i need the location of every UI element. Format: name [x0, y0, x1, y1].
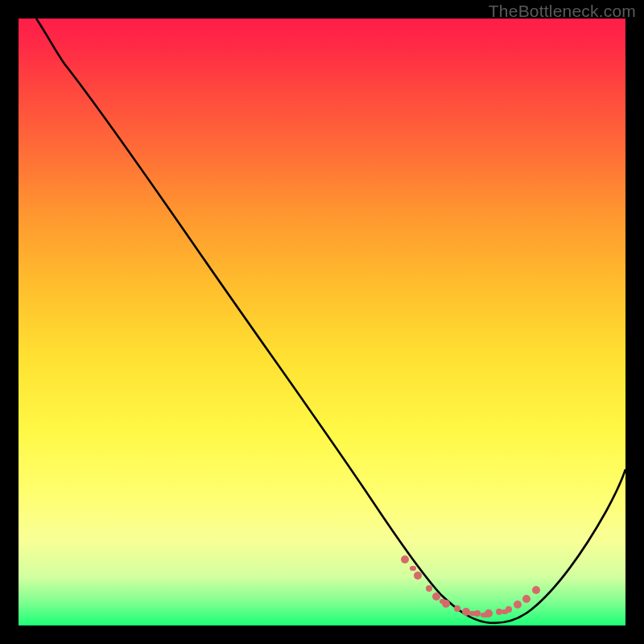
- svg-point-3: [432, 592, 440, 601]
- svg-point-1: [414, 572, 422, 580]
- chart-frame: TheBottleneck.com: [0, 0, 644, 644]
- svg-point-11: [514, 601, 522, 609]
- svg-point-12: [522, 595, 530, 603]
- plot-area: [19, 19, 625, 625]
- svg-point-0: [401, 555, 409, 564]
- bottleneck-curve: [19, 19, 625, 625]
- svg-point-9: [496, 609, 502, 615]
- svg-rect-16: [469, 611, 477, 616]
- optimal-markers: [401, 555, 540, 617]
- svg-rect-15: [440, 599, 446, 604]
- svg-rect-18: [502, 609, 508, 614]
- svg-rect-14: [410, 566, 416, 571]
- svg-point-5: [454, 605, 460, 612]
- svg-point-6: [462, 608, 470, 616]
- svg-point-13: [532, 586, 540, 594]
- svg-point-2: [426, 585, 432, 592]
- curve-path: [36, 19, 625, 623]
- svg-rect-17: [481, 613, 489, 617]
